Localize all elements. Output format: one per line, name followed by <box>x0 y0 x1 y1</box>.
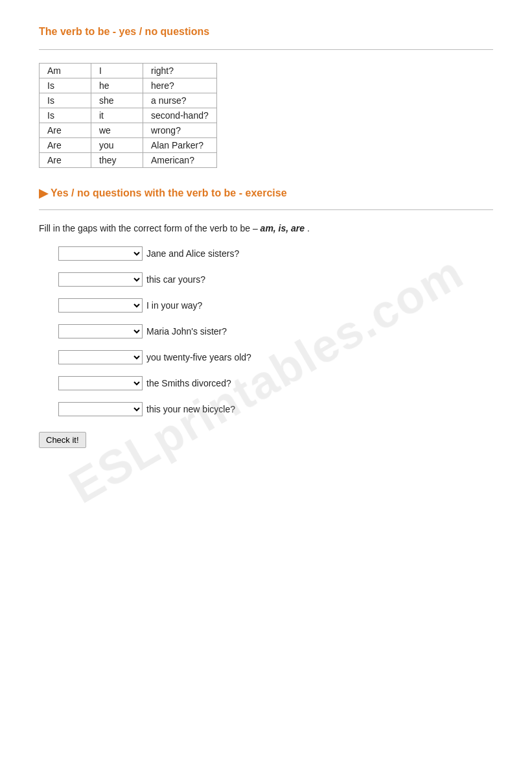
grammar-table: AmIright?Ishehere?Isshea nurse?Isitsecon… <box>39 63 217 168</box>
exercise-item: AmIsAreMaria John's sister? <box>58 324 493 338</box>
grammar-cell: here? <box>143 78 217 93</box>
verb-dropdown[interactable]: AmIsAre <box>58 350 143 364</box>
grammar-cell: wrong? <box>143 123 217 138</box>
instruction-suffix: . <box>307 223 310 233</box>
exercise-question-text: you twenty-five years old? <box>146 352 251 362</box>
verb-dropdown[interactable]: AmIsAre <box>58 324 143 338</box>
exercise-question-text: Jane and Alice sisters? <box>146 248 239 259</box>
instruction-text: Fill in the gaps with the correct form o… <box>39 223 493 233</box>
exercise-question-text: Maria John's sister? <box>146 326 227 337</box>
verb-dropdown[interactable]: AmIsAre <box>58 246 143 261</box>
exercise-question-text: I in your way? <box>146 300 202 311</box>
grammar-cell: I <box>91 64 143 78</box>
grammar-cell: Is <box>40 93 91 108</box>
verb-dropdown[interactable]: AmIsAre <box>58 272 143 287</box>
grammar-cell: it <box>91 108 143 123</box>
grammar-cell: American? <box>143 153 217 168</box>
instruction-italic: am, is, are <box>260 223 305 233</box>
exercise-title-text: Yes / no questions with the verb to be -… <box>51 187 287 199</box>
grammar-cell: a nurse? <box>143 93 217 108</box>
grammar-cell: she <box>91 93 143 108</box>
exercise-list: AmIsAreJane and Alice sisters?AmIsArethi… <box>58 246 493 416</box>
grammar-cell: Are <box>40 153 91 168</box>
grammar-cell: Alan Parker? <box>143 138 217 153</box>
grammar-cell: Am <box>40 64 91 78</box>
grammar-cell: Are <box>40 138 91 153</box>
exercise-item: AmIsArethe Smiths divorced? <box>58 376 493 390</box>
exercise-question-text: the Smiths divorced? <box>146 378 231 388</box>
exercise-item: AmIsArethis car yours? <box>58 272 493 287</box>
divider-1 <box>39 49 493 50</box>
exercise-question-text: this car yours? <box>146 274 205 285</box>
exercise-title: ▶ Yes / no questions with the verb to be… <box>39 186 493 200</box>
instruction-prefix: Fill in the gaps with the correct form o… <box>39 223 258 233</box>
play-icon: ▶ <box>39 186 48 200</box>
page-title: The verb to be - yes / no questions <box>39 26 493 38</box>
grammar-cell: Are <box>40 123 91 138</box>
exercise-question-text: this your new bicycle? <box>146 404 235 414</box>
exercise-item: AmIsAreyou twenty-five years old? <box>58 350 493 364</box>
grammar-cell: you <box>91 138 143 153</box>
exercise-item: AmIsArethis your new bicycle? <box>58 402 493 416</box>
exercise-item: AmIsAreJane and Alice sisters? <box>58 246 493 261</box>
verb-dropdown[interactable]: AmIsAre <box>58 402 143 416</box>
exercise-item: AmIsAreI in your way? <box>58 298 493 313</box>
grammar-cell: right? <box>143 64 217 78</box>
grammar-cell: Is <box>40 108 91 123</box>
grammar-cell: Is <box>40 78 91 93</box>
verb-dropdown[interactable]: AmIsAre <box>58 376 143 390</box>
grammar-cell: he <box>91 78 143 93</box>
grammar-cell: they <box>91 153 143 168</box>
grammar-cell: second-hand? <box>143 108 217 123</box>
verb-dropdown[interactable]: AmIsAre <box>58 298 143 313</box>
grammar-cell: we <box>91 123 143 138</box>
check-button[interactable]: Check it! <box>39 432 86 448</box>
divider-2 <box>39 209 493 210</box>
